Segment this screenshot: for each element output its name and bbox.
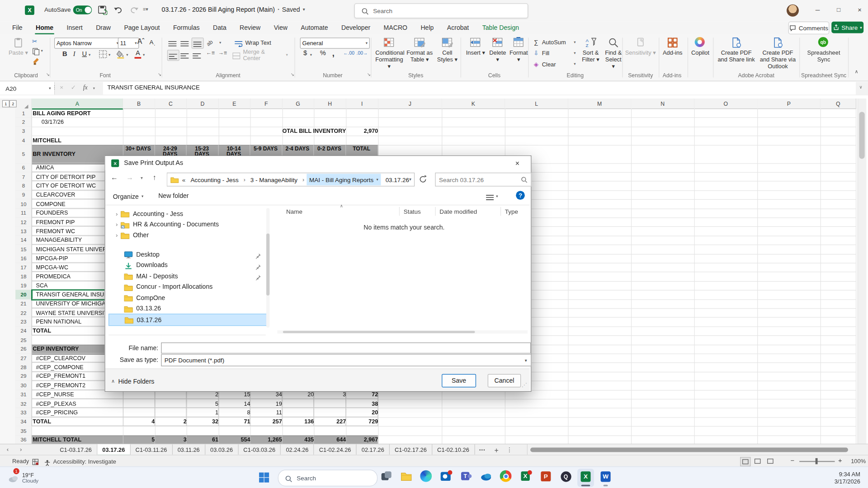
confirm-entry-button[interactable]: ✓ [71,84,76,91]
button-create-pdf-share-link[interactable]: Create PDF and Share link [716,36,756,71]
titlebar-search-box[interactable]: Search [354,3,528,18]
nav-up-button[interactable]: ↑ [153,173,156,181]
sheet-tab-c1-03.11.26[interactable]: C1-03.11.26 [131,444,173,455]
column-header-P[interactable]: P [757,99,821,109]
formula-bar-expand-chevron[interactable]: ∨ [859,84,862,89]
cancel-entry-button[interactable]: × [60,84,63,91]
column-header-A[interactable]: A [32,99,123,109]
list-h-scrollbar-thumb[interactable] [283,331,475,333]
underline-button[interactable]: U [81,50,88,57]
column-header-B[interactable]: B [123,99,156,109]
tab-formulas[interactable]: Formulas [166,21,206,34]
row-header-30[interactable]: 30 [15,381,32,390]
breadcrumb-item-2[interactable]: MAI - Bill Aging Reports▾ [307,174,381,185]
row-header-14[interactable]: 14 [15,235,32,245]
button-format-as-table[interactable]: Format as Table ▾ [405,36,434,71]
copy-chevron-icon[interactable]: ▾ [41,49,43,53]
row-header-28[interactable]: 28 [15,363,32,372]
taskbar-app-onedrive[interactable] [478,469,495,487]
sheet-tab-03.03.26[interactable]: 03.03.26 [205,444,238,455]
tree-scrollbar-thumb[interactable] [266,234,269,296]
button-sensitivity[interactable]: Sensitivity ▾ [624,36,656,71]
row-header-27[interactable]: 27 [15,353,32,363]
zoom-slider-thumb[interactable] [816,458,818,464]
sheet-tab-02.17.26[interactable]: 02.17.26 [357,444,390,455]
font-color-button[interactable]: A [134,49,142,59]
breadcrumb-item-0[interactable]: Accounting - Jess [188,174,241,185]
row-header-19[interactable]: 19 [15,281,32,291]
row-header-22[interactable]: 22 [15,308,32,318]
save-icon[interactable] [98,5,108,15]
fill-color-button[interactable] [116,50,125,59]
tree-item-desktop[interactable]: Desktop [108,249,266,260]
row-header-5[interactable]: 5 [15,145,32,164]
align-middle-button[interactable] [179,38,190,47]
normal-view-button[interactable] [740,457,750,466]
align-left-button[interactable] [167,50,179,61]
tree-group-1[interactable]: ›HR & Accounting - Documents [108,219,266,230]
decrease-decimal-button[interactable]: .00→ [357,50,368,56]
fx-icon[interactable]: fx [83,84,88,91]
row-header-23[interactable]: 23 [15,317,32,327]
orientation-chevron-icon[interactable]: ▾ [219,40,221,45]
breadcrumb-item-1[interactable]: 3 - ManageAbility [248,174,300,185]
tree-group-0[interactable]: ›Accounting - Jess [108,208,266,219]
align-right-button[interactable] [192,50,203,60]
row-header-32[interactable]: 32 [15,399,32,408]
font-size-combo[interactable]: 11▾ [118,38,139,48]
button-delete[interactable]: Delete ▾ [487,36,509,71]
autosave-toggle[interactable]: On [73,5,92,14]
sheet-tab-c1-02.24.26[interactable]: C1-02.24.26 [314,444,357,455]
select-all-triangle[interactable] [24,104,28,108]
increase-decimal-button[interactable]: ←.00 [343,50,354,56]
sheet-tab-02.24.26[interactable]: 02.24.26 [281,444,314,455]
button-autosum[interactable]: ∑AutoSum▾ [533,38,576,47]
row-header-2[interactable]: 2 [15,117,32,127]
sheet-tab-menu[interactable]: ⋮ [503,444,516,455]
tab-developer[interactable]: Developer [335,21,377,34]
increase-indent-button[interactable]: →≡ [218,50,227,59]
help-button[interactable]: ? [516,191,525,200]
breadcrumb-current-folder[interactable]: 03.17.26 [381,176,409,183]
row-header-1[interactable]: 1 [15,108,32,118]
tab-page-layout[interactable]: Page Layout [118,21,166,34]
taskbar-app-excel-2[interactable]: X [518,469,534,487]
row-header-12[interactable]: 12 [15,217,32,227]
save-button[interactable]: Save [442,374,476,387]
row-header-8[interactable]: 8 [15,181,32,191]
row-header-34[interactable]: 34 [15,417,32,427]
row-header-17[interactable]: 17 [15,263,32,272]
column-header-K[interactable]: K [442,99,505,109]
button-fill[interactable]: ⇩Fill▾ [533,49,576,58]
merge-center-button[interactable]: Merge & Center▾ [232,50,288,60]
taskbar-app-quickbooks[interactable]: Q [557,469,574,487]
borders-button[interactable] [99,50,108,59]
start-button[interactable] [258,471,270,483]
dialog-search-box[interactable]: Search 03.17.26 [435,173,531,187]
new-sheet-button[interactable]: + [490,444,503,455]
formula-input-area[interactable] [103,82,856,94]
refresh-button[interactable] [419,175,428,184]
tree-item-concur-import-allocations[interactable]: Concur - Import Allocations [108,282,266,292]
tree-expand-chevron[interactable]: › [113,210,121,217]
taskbar-app-teams[interactable]: T [458,469,475,487]
taskbar-app-outlook[interactable] [438,469,455,487]
tab-scroll-right-icon[interactable]: › [20,446,22,453]
column-header-H[interactable]: H [314,99,346,109]
taskbar-search-box[interactable]: Search [278,470,377,487]
comments-button[interactable]: Comments [788,22,830,34]
column-header-C[interactable]: C [155,99,187,109]
title-chevron-icon[interactable]: ▾ [303,7,305,12]
nav-recent-chevron[interactable]: ▾ [141,175,143,180]
tab-file[interactable]: File [5,21,29,34]
row-header-35[interactable]: 35 [15,426,32,436]
row-header-15[interactable]: 15 [15,244,32,254]
list-column-date-modified[interactable]: Date modified [439,208,477,215]
wrap-text-button[interactable]: Wrap Text [235,38,283,47]
dialog-launcher-icon[interactable]: ↘ [291,72,294,77]
font-color-chevron-icon[interactable]: ▾ [143,52,145,57]
column-header-N[interactable]: N [631,99,695,109]
tree-group-2[interactable]: ›Other [108,230,266,240]
dialog-close-button[interactable]: × [505,156,530,170]
sheet-tab-03.17.26[interactable]: 03.17.26 [97,444,130,456]
